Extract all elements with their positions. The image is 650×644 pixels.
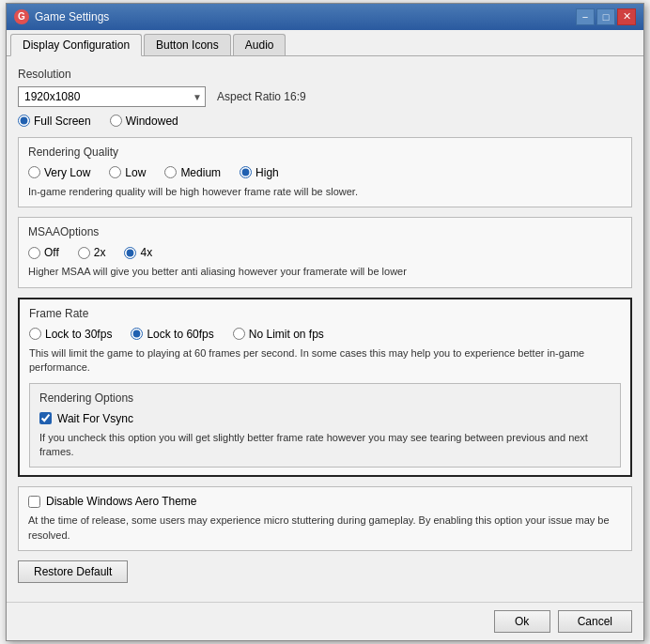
verylow-option[interactable]: Very Low <box>28 166 90 179</box>
windowed-option[interactable]: Windowed <box>110 115 178 128</box>
lock60-option[interactable]: Lock to 60fps <box>131 328 213 341</box>
msaa-2x-option[interactable]: 2x <box>78 246 106 259</box>
restore-default-row: Restore Default <box>18 560 632 583</box>
rendering-quality-row: Very Low Low Medium High <box>28 166 622 179</box>
medium-radio[interactable] <box>164 166 177 178</box>
fullscreen-radio[interactable] <box>18 115 30 127</box>
vsync-description: If you uncheck this option you will get … <box>39 431 611 460</box>
low-radio[interactable] <box>109 166 121 178</box>
resolution-select-wrapper: 1920x1080 1280x720 1024x768 800x600 ▼ <box>18 86 206 107</box>
main-content: Resolution 1920x1080 1280x720 1024x768 8… <box>7 56 643 602</box>
medium-option[interactable]: Medium <box>164 166 221 179</box>
rendering-quality-section: Rendering Quality Very Low Low Medium Hi… <box>18 137 632 207</box>
aero-label: Disable Windows Aero Theme <box>46 495 197 508</box>
window-title: Game Settings <box>35 10 109 23</box>
aero-checkbox[interactable] <box>28 496 40 508</box>
aspect-ratio-label: Aspect Ratio 16:9 <box>217 90 306 103</box>
tab-audio[interactable]: Audio <box>233 34 286 55</box>
lock60-radio[interactable] <box>131 328 143 340</box>
vsync-option[interactable]: Wait For Vsync <box>39 412 611 425</box>
title-bar-left: G Game Settings <box>14 9 109 24</box>
lock30-radio[interactable] <box>29 328 41 340</box>
tab-bar: Display Configuration Button Icons Audio <box>7 30 643 56</box>
msaa-4x-radio[interactable] <box>124 247 136 259</box>
title-bar: G Game Settings − □ ✕ <box>7 4 643 30</box>
rendering-quality-label: Rendering Quality <box>28 146 622 159</box>
msaa-off-option[interactable]: Off <box>28 246 59 259</box>
windowed-radio[interactable] <box>110 115 122 127</box>
title-bar-controls: − □ ✕ <box>576 8 636 25</box>
low-option[interactable]: Low <box>109 166 146 179</box>
msaa-4x-option[interactable]: 4x <box>124 246 152 259</box>
frame-rate-section: Frame Rate Lock to 30fps Lock to 60fps N… <box>18 298 632 478</box>
game-settings-window: G Game Settings − □ ✕ Display Configurat… <box>6 3 644 641</box>
high-option[interactable]: High <box>240 166 279 179</box>
frame-rate-label: Frame Rate <box>29 307 621 320</box>
resolution-row: 1920x1080 1280x720 1024x768 800x600 ▼ As… <box>18 86 632 107</box>
rendering-options-section: Rendering Options Wait For Vsync If you … <box>29 383 621 468</box>
vsync-checkbox[interactable] <box>39 412 52 424</box>
ok-button[interactable]: Ok <box>494 610 550 633</box>
resolution-select[interactable]: 1920x1080 1280x720 1024x768 800x600 <box>18 86 206 107</box>
resolution-label: Resolution <box>18 68 632 81</box>
aero-description: At the time of release, some users may e… <box>28 514 622 543</box>
frame-rate-description: This will limit the game to playing at 6… <box>29 346 621 376</box>
nolimit-option[interactable]: No Limit on fps <box>233 328 324 341</box>
msaa-2x-radio[interactable] <box>78 247 90 259</box>
msaa-off-radio[interactable] <box>28 247 40 259</box>
maximize-button[interactable]: □ <box>596 8 615 25</box>
app-icon: G <box>14 9 29 24</box>
vsync-label: Wait For Vsync <box>57 412 133 425</box>
fullscreen-option[interactable]: Full Screen <box>18 115 91 128</box>
restore-default-button[interactable]: Restore Default <box>18 560 128 583</box>
msaa-label: MSAAOptions <box>28 225 622 238</box>
close-button[interactable]: ✕ <box>617 8 636 25</box>
minimize-button[interactable]: − <box>576 8 595 25</box>
tab-display-configuration[interactable]: Display Configuration <box>10 34 142 56</box>
high-radio[interactable] <box>240 166 252 178</box>
cancel-button[interactable]: Cancel <box>558 610 632 633</box>
aero-section: Disable Windows Aero Theme At the time o… <box>18 486 632 551</box>
msaa-row: Off 2x 4x <box>28 246 622 259</box>
aero-option[interactable]: Disable Windows Aero Theme <box>28 495 622 508</box>
msaa-description: Higher MSAA will give you better anti al… <box>28 265 622 279</box>
msaa-section: MSAAOptions Off 2x 4x Higher MSAA will g… <box>18 217 632 287</box>
tab-button-icons[interactable]: Button Icons <box>144 34 231 55</box>
screen-mode-row: Full Screen Windowed <box>18 115 632 128</box>
frame-rate-row: Lock to 30fps Lock to 60fps No Limit on … <box>29 328 621 341</box>
lock30-option[interactable]: Lock to 30fps <box>29 328 112 341</box>
resolution-section: Resolution 1920x1080 1280x720 1024x768 8… <box>18 68 632 128</box>
rendering-quality-description: In-game rendering quality will be high h… <box>28 185 622 199</box>
rendering-options-label: Rendering Options <box>39 391 611 405</box>
verylow-radio[interactable] <box>28 166 40 178</box>
bottom-bar: Ok Cancel <box>7 602 643 640</box>
nolimit-radio[interactable] <box>233 328 245 340</box>
